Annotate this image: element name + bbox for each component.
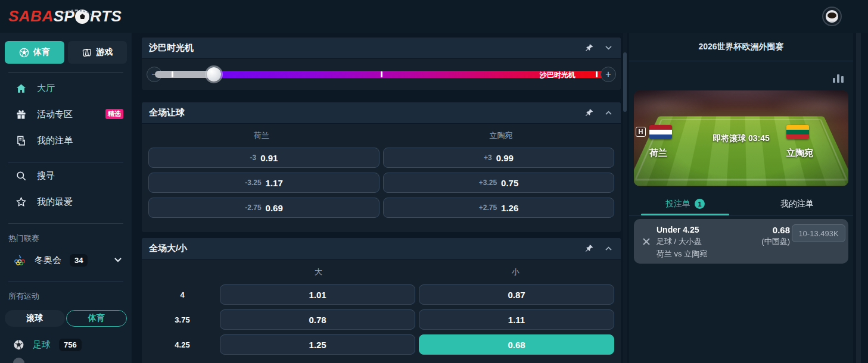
sidebar-item-promotions[interactable]: 活动专区 精选 (0, 101, 132, 127)
odds-button-handicap-away-1[interactable]: +3 0.99 (383, 148, 614, 168)
match-card[interactable]: H 荷兰 即将滚球 03:45 立陶宛 (634, 90, 848, 186)
main-content: 沙巴时光机 − 沙巴时光机 + 全场让球 (142, 33, 621, 363)
handicap-line: +3.25 (479, 179, 497, 187)
sidebar-item-label: 我的注单 (37, 135, 73, 146)
odds-button-under-3-75[interactable]: 1.11 (419, 309, 614, 330)
top-bar: SABASPRTS (0, 0, 868, 33)
sport-count-badge: 756 (59, 339, 82, 351)
saba-sports-logo[interactable]: SABASPRTS (8, 7, 122, 26)
odds-value: 0.69 (266, 203, 283, 213)
lithuania-flag-icon (786, 125, 809, 139)
odds-value: 0.78 (309, 315, 326, 325)
page-scrollbar[interactable] (856, 33, 861, 363)
tab-betslip[interactable]: 投注单 1 (629, 192, 741, 215)
odds-button-handicap-home-2[interactable]: -3.25 1.17 (148, 173, 379, 193)
under-column-header: 小 (417, 267, 614, 277)
all-sports-label: 所有运动 (0, 281, 132, 305)
sidebar-item-my-bets[interactable]: 我的注单 (0, 127, 132, 154)
slider-tick (381, 71, 382, 77)
search-icon (15, 170, 27, 182)
odds-button-under-4[interactable]: 0.87 (419, 284, 614, 305)
user-avatar[interactable] (822, 7, 842, 26)
odds-button-handicap-home-3[interactable]: -2.75 0.69 (148, 198, 379, 218)
astronaut-icon (826, 10, 838, 23)
sidebar-item-favorites[interactable]: 我的最爱 (0, 189, 132, 215)
handicap-line: +2.75 (479, 204, 497, 212)
betslip-icon (15, 135, 27, 146)
pin-icon[interactable] (584, 243, 595, 254)
odds-button-over-3-75[interactable]: 0.78 (220, 309, 415, 330)
slider-tick (596, 71, 598, 77)
sidebar-item-label: 大厅 (37, 83, 55, 94)
slider-label: 沙巴时光机 (540, 70, 575, 80)
close-icon[interactable] (642, 237, 651, 246)
tab-games[interactable]: 游戏 (68, 41, 127, 64)
time-machine-panel: 沙巴时光机 − 沙巴时光机 + (142, 37, 621, 90)
odds-value: 0.68 (508, 340, 525, 350)
time-machine-slider[interactable]: 沙巴时光机 (155, 71, 606, 78)
away-team-column-header: 立陶宛 (381, 130, 621, 141)
odds-button-over-4-25[interactable]: 1.25 (220, 334, 415, 355)
odds-value: 0.87 (508, 290, 525, 300)
bet-fixture: 荷兰 vs 立陶宛 (657, 249, 707, 259)
odds-value: 0.99 (496, 153, 514, 163)
panel-title: 全场大/小 (149, 243, 584, 254)
tab-sports-label: 体育 (33, 47, 50, 58)
home-team-column-header: 荷兰 (142, 130, 381, 141)
sidebar-item-search[interactable]: 搜寻 (0, 162, 132, 189)
tab-sports[interactable]: 体育 (5, 41, 64, 64)
odds-value: 1.01 (309, 290, 326, 300)
panel-title: 沙巴时光机 (149, 42, 584, 54)
hot-leagues-label: 热门联赛 (0, 224, 132, 248)
handicap-line: -3.25 (245, 179, 261, 187)
olympic-rings-icon (13, 254, 26, 266)
toggle-live[interactable]: 滚球 (5, 310, 65, 327)
collapse-chevron-up-icon[interactable] (603, 243, 614, 254)
odds-value: 1.11 (508, 315, 525, 325)
sport-item-soccer[interactable]: 足球 756 (0, 331, 132, 358)
slider-knob[interactable] (207, 67, 221, 82)
odds-value: 1.25 (309, 340, 326, 350)
soccer-ball-icon (13, 339, 24, 351)
cards-icon (82, 48, 92, 58)
statistics-icon[interactable] (833, 74, 844, 83)
betslip-tabs: 投注单 1 我的注单 (629, 192, 853, 216)
handicap-line: +3 (484, 154, 492, 162)
pin-icon[interactable] (584, 43, 595, 54)
chevron-down-icon[interactable] (114, 257, 122, 263)
featured-badge: 精选 (105, 109, 123, 119)
bet-odds-type: (中国盘) (761, 236, 790, 247)
bet-selection: Under 4.25 (657, 225, 707, 234)
pin-icon[interactable] (584, 108, 595, 118)
league-winter-olympics[interactable]: 冬奥会 34 (0, 248, 132, 273)
ou-line-label: 4 (148, 290, 216, 299)
away-team-block: 立陶宛 (786, 125, 834, 159)
panel-title: 全场让球 (149, 107, 584, 118)
odds-button-handicap-away-2[interactable]: +3.25 0.75 (383, 173, 614, 193)
bar (841, 76, 844, 83)
collapse-chevron-up-icon[interactable] (603, 108, 614, 118)
soccer-ball-icon (19, 48, 29, 58)
bet-market: 足球 / 大小盘 (657, 236, 707, 247)
ou-line-label: 4.25 (148, 340, 216, 349)
odds-button-under-4-25-selected[interactable]: 0.68 (419, 334, 614, 355)
toggle-sports[interactable]: 体育 (66, 310, 127, 327)
odds-value: 1.17 (266, 178, 283, 188)
odds-button-over-4[interactable]: 1.01 (220, 284, 415, 305)
main-scrollbar-thumb[interactable] (623, 52, 627, 112)
tab-my-bets[interactable]: 我的注单 (741, 192, 853, 215)
odds-button-handicap-home-1[interactable]: -3 0.91 (148, 148, 379, 168)
logo-saba-text: SABA (8, 7, 54, 26)
stake-input[interactable] (792, 224, 845, 242)
betslip-item: Under 4.25 足球 / 大小盘 荷兰 vs 立陶宛 0.68 (中国盘) (634, 219, 848, 264)
collapse-chevron-down-icon[interactable] (603, 43, 614, 54)
gift-icon (15, 109, 27, 120)
slider-plus-button[interactable]: + (601, 67, 616, 82)
sidebar: 体育 游戏 大厅 活动专区 精选 我的注单 (0, 33, 132, 363)
bar (837, 74, 839, 83)
bet-odds-value: 0.68 (761, 225, 790, 235)
tab-label: 我的注单 (780, 199, 814, 209)
sidebar-item-lobby[interactable]: 大厅 (0, 75, 132, 101)
odds-value: 0.91 (260, 153, 278, 163)
odds-button-handicap-away-3[interactable]: +2.75 1.26 (383, 198, 614, 218)
